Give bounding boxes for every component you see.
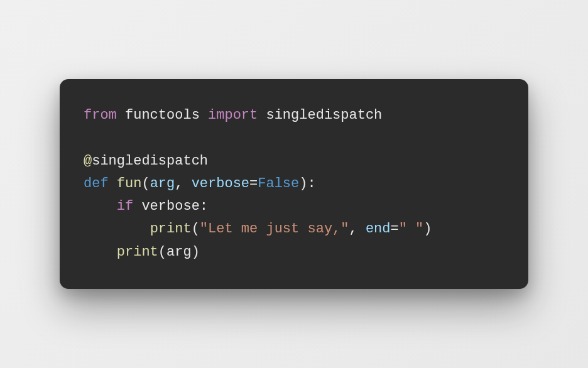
keyword-import: import xyxy=(208,107,258,123)
code-content: from functools import singledispatch @si… xyxy=(84,104,504,264)
var-arg: arg xyxy=(166,244,192,260)
paren-open: ( xyxy=(141,176,150,192)
paren-close: ) xyxy=(299,176,307,192)
keyword-if: if xyxy=(117,198,133,214)
equals: = xyxy=(391,221,399,237)
comma: , xyxy=(349,221,365,237)
param-verbose: verbose xyxy=(192,176,249,192)
indent xyxy=(84,244,117,260)
kwarg-end: end xyxy=(366,221,391,237)
paren-close: ) xyxy=(192,244,200,260)
decorator-at: @ xyxy=(84,153,92,169)
bool-false: False xyxy=(258,176,299,192)
paren-close: ) xyxy=(423,221,432,237)
module-name: functools xyxy=(125,107,200,123)
colon: : xyxy=(200,198,208,214)
string-literal: " " xyxy=(399,221,424,237)
string-literal: "Let me just say," xyxy=(200,221,349,237)
indent xyxy=(84,221,150,237)
param-arg: arg xyxy=(150,176,175,192)
comma: , xyxy=(175,176,191,192)
import-name: singledispatch xyxy=(266,107,382,123)
equals: = xyxy=(249,176,258,192)
var-verbose: verbose xyxy=(141,198,199,214)
decorator-name: singledispatch xyxy=(92,153,208,169)
function-name: fun xyxy=(117,176,142,192)
indent xyxy=(84,198,117,214)
paren-open: ( xyxy=(192,221,200,237)
colon: : xyxy=(307,176,315,192)
builtin-print: print xyxy=(117,244,158,260)
builtin-print: print xyxy=(150,221,192,237)
keyword-def: def xyxy=(84,176,109,192)
keyword-from: from xyxy=(84,107,117,123)
code-block: from functools import singledispatch @si… xyxy=(60,79,528,289)
paren-open: ( xyxy=(158,244,166,260)
